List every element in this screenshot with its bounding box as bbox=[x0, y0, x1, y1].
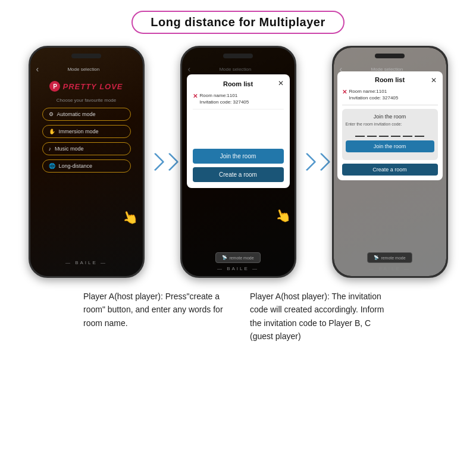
descriptions-row: Player A(host player): Press"create a ro… bbox=[0, 278, 476, 343]
room-entry-3: ✕ Room name:1101 Invitation code: 327405 bbox=[342, 88, 438, 105]
code-box-2[interactable] bbox=[367, 129, 377, 137]
phone-2-bottom: — BAILE — bbox=[182, 266, 295, 271]
remote-mode-label-2: remote mode bbox=[229, 256, 253, 260]
remote-mode-btn-2[interactable]: 📡 remote mode bbox=[215, 252, 260, 263]
long-distance-btn[interactable]: 🌐 Long-distance bbox=[42, 159, 131, 173]
immersion-icon: ✋ bbox=[49, 129, 55, 134]
logo-text: PRETTY LOVE bbox=[62, 82, 123, 91]
immersion-mode-btn[interactable]: ✋ Immersion mode bbox=[42, 125, 131, 138]
join-room-label: Enter the room invitation code: bbox=[346, 122, 434, 126]
popup-title-3: Room list bbox=[342, 76, 438, 83]
join-room-title: Join the room bbox=[346, 114, 434, 120]
remote-mode-label-3: remote mode bbox=[381, 256, 405, 260]
code-box-5[interactable] bbox=[403, 129, 412, 137]
popup-close-2[interactable]: ✕ bbox=[278, 79, 284, 87]
automatic-mode-btn[interactable]: ⚙ Automatic mode bbox=[42, 108, 131, 121]
popup-title-2: Room list bbox=[193, 80, 284, 87]
chevron-icon-2b bbox=[312, 152, 330, 171]
globe-icon: 🌐 bbox=[49, 163, 55, 169]
remote-mode-btn-3[interactable]: 📡 remote mode bbox=[367, 252, 412, 263]
title-banner: Long distance for Multiplayer bbox=[0, 0, 476, 40]
pretty-love-logo: P PRETTY LOVE bbox=[49, 81, 123, 92]
desc-text-2: Player A(host player): The invitation co… bbox=[250, 290, 393, 343]
music-label: Music mode bbox=[55, 146, 84, 152]
phone3-join-btn[interactable]: Join the room bbox=[346, 140, 434, 152]
choose-text: Choose your favourite mode bbox=[30, 98, 143, 103]
popup-join-btn-2[interactable]: Join the room bbox=[193, 149, 284, 164]
desc-block-1: Player A(host player): Press"create a ro… bbox=[83, 290, 226, 343]
phone-1-bottom: — BAILE — bbox=[30, 260, 143, 265]
phone-2-screen: ‹ Mode selection Room list ✕ ✕ Room name… bbox=[182, 48, 295, 276]
code-box-3[interactable] bbox=[379, 129, 389, 137]
arrow-2 bbox=[296, 46, 332, 278]
phone-2: ‹ Mode selection Room list ✕ ✕ Room name… bbox=[180, 46, 296, 278]
auto-icon: ⚙ bbox=[49, 111, 54, 117]
logo-area: P PRETTY LOVE bbox=[30, 76, 143, 94]
phone-1-bg: ‹ Mode selection P PRETTY LOVE Choose yo… bbox=[30, 48, 143, 276]
page-title: Long distance for Multiplayer bbox=[131, 11, 344, 34]
phone-3-bar: 📡 remote mode bbox=[334, 252, 446, 263]
desc-block-2: Player A(host player): The invitation co… bbox=[250, 290, 393, 343]
phone-1-screen: ‹ Mode selection P PRETTY LOVE Choose yo… bbox=[30, 48, 143, 276]
phone-1-header: ‹ Mode selection bbox=[30, 48, 143, 76]
code-input-row bbox=[346, 129, 434, 137]
code-box-1[interactable] bbox=[355, 129, 365, 137]
phone-3-screen: ‹ Mode selection Room list ✕ ✕ Room name… bbox=[334, 48, 446, 276]
popup-create-btn-2[interactable]: Create a room bbox=[193, 167, 284, 182]
room-entry-2: ✕ Room name:1101 Invitation code: 327405 bbox=[193, 92, 284, 109]
music-icon: ♪ bbox=[49, 146, 52, 152]
phone-3-bottom: — BAILE — bbox=[334, 266, 446, 271]
music-mode-btn[interactable]: ♪ Music mode bbox=[42, 142, 131, 155]
room-info-3: Room name:1101 Invitation code: 327405 bbox=[349, 88, 399, 101]
remote-mode-icon-3: 📡 bbox=[374, 255, 379, 260]
phone-2-bar: 📡 remote mode bbox=[182, 252, 295, 263]
join-room-section: Join the room Enter the room invitation … bbox=[342, 109, 438, 160]
phone3-create-btn[interactable]: Create a room bbox=[342, 164, 438, 176]
auto-label: Automatic mode bbox=[57, 111, 96, 117]
popup-close-3[interactable]: ✕ bbox=[431, 76, 437, 84]
double-chevron-1 bbox=[149, 155, 176, 168]
long-label: Long-distance bbox=[59, 163, 93, 169]
immersion-label: Immersion mode bbox=[59, 129, 99, 134]
room-x-3: ✕ bbox=[342, 89, 347, 95]
mode-label-1: Mode selection bbox=[39, 67, 128, 72]
room-list-popup-2: Room list ✕ ✕ Room name:1101 Invitation … bbox=[187, 74, 290, 188]
code-box-6[interactable] bbox=[415, 129, 424, 137]
logo-icon: P bbox=[49, 81, 60, 92]
code-box-4[interactable] bbox=[391, 129, 400, 137]
phone-1: ‹ Mode selection P PRETTY LOVE Choose yo… bbox=[29, 46, 145, 278]
room-name-2: Room name:1101 bbox=[200, 92, 249, 99]
phone-3: ‹ Mode selection Room list ✕ ✕ Room name… bbox=[332, 46, 448, 278]
chevron-icon-1b bbox=[160, 152, 178, 171]
popup-spacer bbox=[193, 113, 284, 149]
phones-row: ‹ Mode selection P PRETTY LOVE Choose yo… bbox=[0, 40, 476, 278]
finger-cursor-1: 👆 bbox=[120, 208, 140, 228]
mode-buttons: ⚙ Automatic mode ✋ Immersion mode ♪ Musi… bbox=[30, 108, 143, 173]
arrow-1 bbox=[145, 46, 180, 278]
room-code-3: Invitation code: 327405 bbox=[349, 95, 399, 101]
room-name-3: Room name:1101 bbox=[349, 88, 399, 95]
phone-2-bg: ‹ Mode selection Room list ✕ ✕ Room name… bbox=[182, 48, 295, 276]
remote-mode-icon-2: 📡 bbox=[222, 255, 227, 260]
room-x-2: ✕ bbox=[193, 93, 198, 99]
desc-text-1: Player A(host player): Press"create a ro… bbox=[83, 290, 226, 330]
room-info-2: Room name:1101 Invitation code: 327405 bbox=[200, 92, 249, 105]
double-chevron-2 bbox=[300, 155, 328, 168]
room-list-popup-3: Room list ✕ ✕ Room name:1101 Invitation … bbox=[337, 71, 443, 180]
room-code-2: Invitation code: 327405 bbox=[200, 99, 249, 105]
phone-3-bg: ‹ Mode selection Room list ✕ ✕ Room name… bbox=[334, 48, 446, 276]
